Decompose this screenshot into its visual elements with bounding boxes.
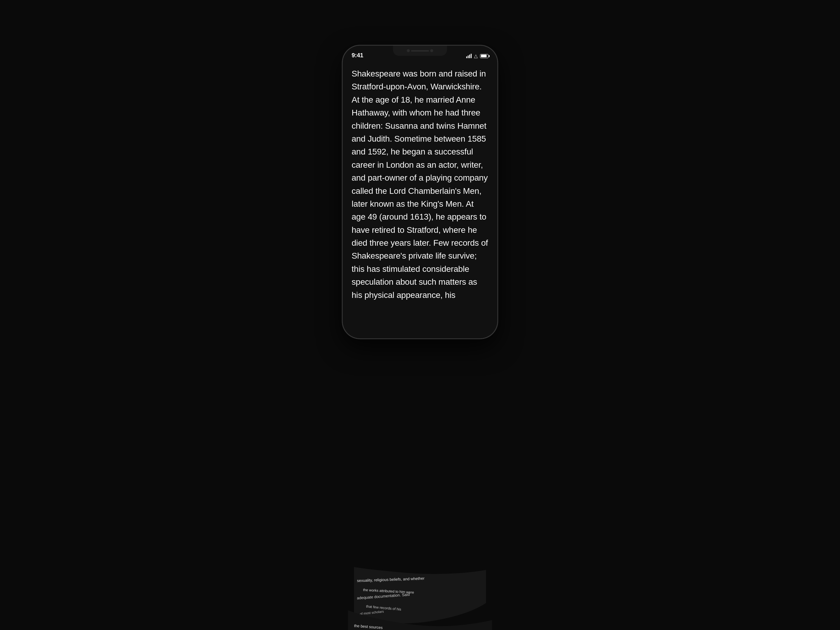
signal-bars-icon: [466, 54, 472, 58]
svg-text:sexuality, religious beliefs, : sexuality, religious beliefs, and whethe…: [357, 576, 425, 583]
status-time: 9:41: [352, 52, 363, 59]
svg-text:the best sources: the best sources: [354, 624, 383, 630]
signal-bar-4: [471, 54, 472, 58]
signal-bar-1: [466, 57, 467, 58]
notch-camera: [407, 49, 410, 52]
signal-bar-3: [469, 55, 470, 58]
svg-text:that few records of his: that few records of his: [366, 604, 401, 611]
svg-text:of most scholars: of most scholars: [360, 609, 384, 616]
iphone-frame: 9:41 △ Shakespeare was born and r: [342, 45, 498, 339]
svg-text:the works attributed to him we: the works attributed to him were: [363, 588, 414, 595]
svg-text:adequate documentation. Said: adequate documentation. Said: [357, 592, 410, 600]
status-icons: △: [466, 53, 488, 59]
signal-bar-2: [468, 55, 469, 58]
iphone-notch: [393, 46, 447, 56]
curl-svg: sexuality, religious beliefs, and whethe…: [348, 567, 492, 630]
notch-sensor: [430, 49, 433, 52]
wifi-icon: △: [474, 53, 478, 59]
iphone-screen: 9:41 △ Shakespeare was born and r: [343, 46, 497, 338]
battery-icon: [480, 54, 488, 58]
reading-content-area[interactable]: Shakespeare was born and raised in Strat…: [343, 61, 497, 338]
reading-text: Shakespeare was born and raised in Strat…: [352, 67, 488, 302]
battery-fill: [481, 55, 487, 57]
paper-curl-wrapper: sexuality, religious beliefs, and whethe…: [348, 567, 492, 630]
paper-curl: sexuality, religious beliefs, and whethe…: [348, 567, 492, 630]
scene: 9:41 △ Shakespeare was born and r: [315, 45, 525, 585]
notch-speaker: [411, 50, 429, 52]
